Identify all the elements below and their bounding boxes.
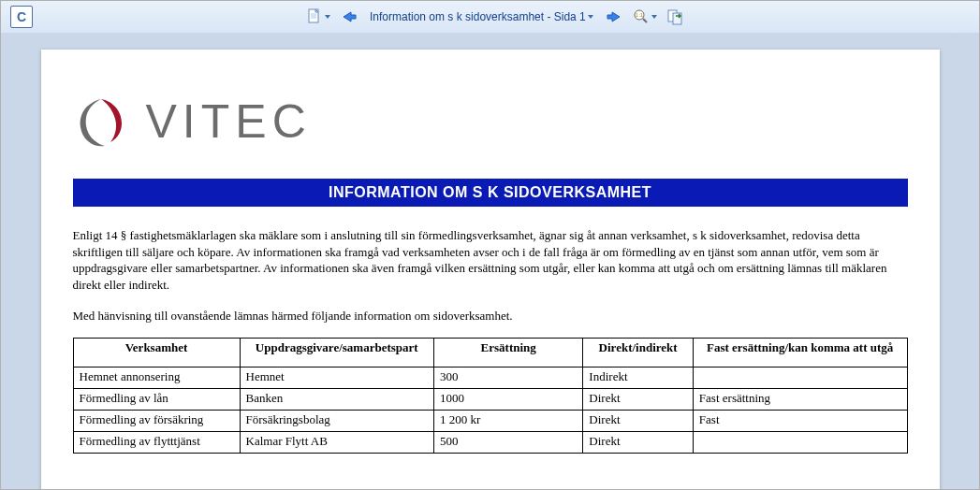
col-header: Ersättning [433, 338, 582, 367]
cell: Förmedling av lån [73, 388, 240, 410]
cell: Hemnet annonsering [73, 367, 240, 388]
app-icon[interactable]: C [7, 5, 37, 29]
magnifier-icon: 1:1 [633, 8, 650, 25]
app-logo-icon: C [10, 6, 33, 28]
page-indicator-text: Information om s k sidoverksamhet - Sida… [370, 10, 586, 23]
col-header: Uppdragsgivare/samarbetspart [240, 338, 433, 367]
cell: Direkt [583, 431, 694, 453]
cell: 1 200 kr [433, 410, 582, 431]
prev-page-button[interactable] [336, 5, 362, 29]
activities-table: Verksamhet Uppdragsgivare/samarbetspart … [73, 338, 908, 454]
col-header: Fast ersättning/kan komma att utgå [693, 338, 907, 367]
next-page-button[interactable] [601, 5, 627, 29]
cell: 300 [433, 367, 582, 388]
svg-line-5 [643, 19, 647, 22]
cell: Hemnet [240, 367, 433, 388]
table-row: Förmedling av försäkring Försäkringsbola… [73, 410, 907, 431]
table-body: Hemnet annonsering Hemnet 300 Indirekt F… [73, 367, 907, 453]
page-icon [306, 8, 323, 25]
table-row: Förmedling av flytttjänst Kalmar Flytt A… [73, 431, 907, 453]
page-button[interactable] [302, 5, 334, 29]
cell: Direkt [583, 388, 694, 410]
cell: Banken [240, 388, 433, 410]
arrow-left-icon [340, 9, 358, 24]
cell: Fast ersättning [693, 388, 907, 410]
cell [693, 431, 907, 453]
logo-text: VITEC [146, 94, 312, 149]
document-page: VITEC INFORMATION OM S K SIDOVERKSAMHET … [41, 50, 940, 489]
cell: 500 [433, 431, 582, 453]
cell [693, 367, 907, 388]
svg-text:1:1: 1:1 [636, 12, 644, 18]
cell: Förmedling av försäkring [73, 410, 240, 431]
chevron-down-icon [325, 15, 330, 19]
document-title: INFORMATION OM S K SIDOVERKSAMHET [73, 179, 908, 207]
logo: VITEC [73, 89, 908, 154]
intro-paragraph-2: Med hänvisning till ovanstående lämnas h… [73, 308, 908, 324]
cell: Förmedling av flytttjänst [73, 431, 240, 453]
cell: Direkt [583, 410, 694, 431]
intro-paragraph-1: Enligt 14 § fastighetsmäklarlagen ska mä… [73, 227, 908, 293]
cell: Försäkringsbolag [240, 410, 433, 431]
app-window: C Information om s k sidoverksam [0, 0, 980, 490]
chevron-down-icon [651, 15, 657, 19]
toolbar-center: Information om s k sidoverksamhet - Sida… [302, 5, 689, 29]
page-indicator[interactable]: Information om s k sidoverksamhet - Sida… [364, 5, 599, 29]
cell: 1000 [433, 388, 582, 410]
arrow-right-icon [605, 9, 623, 24]
logo-mark-icon [73, 94, 129, 150]
table-row: Förmedling av lån Banken 1000 Direkt Fas… [73, 388, 907, 410]
export-button[interactable] [663, 5, 689, 29]
zoom-button[interactable]: 1:1 [629, 5, 661, 29]
cell: Indirekt [583, 367, 694, 388]
export-icon [666, 8, 685, 25]
cell: Kalmar Flytt AB [240, 431, 433, 453]
table-row: Hemnet annonsering Hemnet 300 Indirekt [73, 367, 907, 388]
cell: Fast [693, 410, 907, 431]
col-header: Verksamhet [73, 338, 240, 367]
table-header-row: Verksamhet Uppdragsgivare/samarbetspart … [73, 338, 907, 367]
document-viewport[interactable]: VITEC INFORMATION OM S K SIDOVERKSAMHET … [1, 33, 979, 489]
chevron-down-icon [588, 15, 593, 19]
col-header: Direkt/indirekt [583, 338, 694, 367]
toolbar: C Information om s k sidoverksam [1, 1, 979, 34]
